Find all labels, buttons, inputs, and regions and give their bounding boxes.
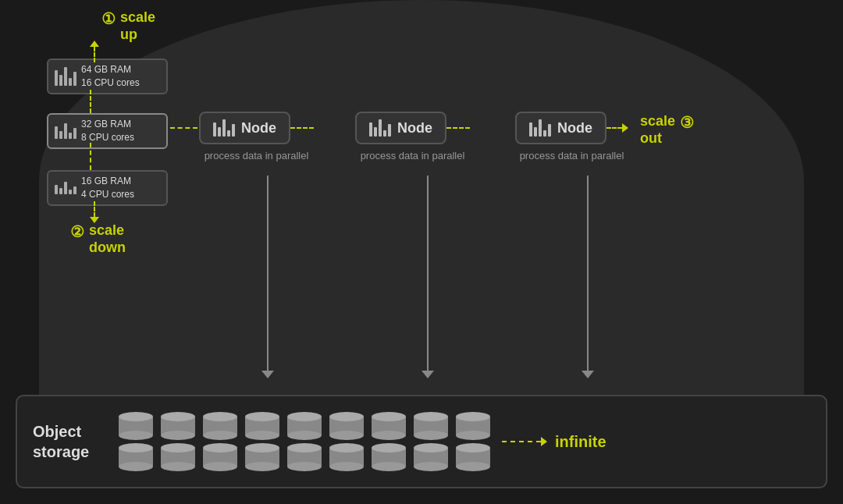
server-32gb: 32 GB RAM 8 CPU cores (47, 113, 168, 149)
dashed-up-arrow (90, 90, 91, 115)
server-32gb-text: 32 GB RAM 8 CPU cores (81, 118, 134, 144)
storage-box: Object storage (16, 395, 827, 488)
main-diagram: ① scaleup 64 GB RAM 16 CPU cores (0, 0, 843, 504)
node1-label: Node (241, 120, 276, 137)
node-3-container: Node process data in parallel (515, 112, 628, 163)
node2-cpu-icon (369, 119, 391, 137)
node2-process-label: process data in parallel (355, 149, 470, 163)
node3-label: Node (557, 120, 592, 137)
infinite-label: infinite (555, 433, 606, 451)
drum-9 (456, 412, 490, 471)
node-1-box: Node (199, 112, 290, 144)
node-2-box: Node (355, 112, 446, 144)
node2-down-arrow (422, 176, 434, 378)
drum-7 (372, 412, 406, 471)
server-16gb: 16 GB RAM 4 CPU cores (47, 170, 168, 206)
down-arrow-below-16 (90, 201, 99, 223)
node3-down-arrow (582, 176, 594, 378)
server-64gb-text: 64 GB RAM 16 CPU cores (81, 63, 140, 90)
circle-2: ② (70, 222, 84, 241)
server-16gb-text: 16 GB RAM 4 CPU cores (81, 175, 134, 201)
circle-3: ③ (680, 113, 694, 132)
infinite-section: infinite (502, 433, 810, 451)
node1-down-arrow (261, 176, 274, 378)
scale-down-label: scaledown (89, 222, 126, 256)
dashed-down-line (90, 143, 91, 170)
cpu-icon-32 (55, 123, 76, 139)
drum-8 (414, 412, 448, 471)
node-3-box: Node (515, 112, 606, 144)
drum-3 (203, 412, 237, 471)
cpu-icon-16 (55, 182, 76, 194)
drum-2 (161, 412, 195, 471)
circle-1: ① (101, 9, 116, 28)
scale-up-section: ① scaleup (101, 9, 155, 43)
node1-cpu-icon (213, 119, 235, 137)
drum-1 (119, 412, 153, 471)
up-arrow-above-64 (90, 41, 99, 62)
node1-process-label: process data in parallel (199, 149, 314, 163)
server-to-node1-connector (170, 127, 197, 129)
node-1-container: Node process data in parallel (199, 112, 314, 163)
cpu-icon-64 (55, 67, 76, 86)
node3-cpu-icon (529, 119, 551, 137)
scale-out-section: scaleout ③ (640, 113, 694, 147)
node3-process-label: process data in parallel (515, 149, 628, 163)
node-2-container: Node process data in parallel (355, 112, 470, 163)
drum-4 (245, 412, 279, 471)
scale-out-label: scaleout (640, 113, 675, 147)
node2-label: Node (397, 120, 432, 137)
drum-5 (287, 412, 322, 471)
storage-label: Object storage (33, 421, 103, 462)
drum-6 (329, 412, 364, 471)
scale-up-label: scaleup (120, 9, 155, 43)
scale-down-section: ② scaledown (70, 222, 126, 256)
server-64gb: 64 GB RAM 16 CPU cores (47, 59, 168, 94)
